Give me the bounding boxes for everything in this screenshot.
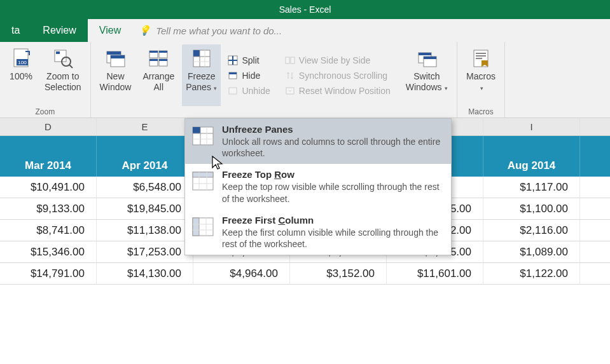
tab-view[interactable]: View <box>88 19 132 42</box>
ribbon-group-zoom: 100 100% Zoom to Selection Zoom <box>0 42 91 118</box>
split-button[interactable]: Split <box>225 53 272 67</box>
month-header-cell[interactable]: Aug 2014 <box>483 155 580 177</box>
svg-rect-4 <box>56 51 60 54</box>
title-cell[interactable] <box>0 136 97 155</box>
column-header[interactable]: J <box>580 118 610 135</box>
sync-label: Synchronous Scrolling <box>299 71 387 81</box>
data-cell[interactable]: $14,130.00 <box>97 263 193 284</box>
column-header[interactable]: E <box>97 118 193 135</box>
svg-rect-37 <box>424 57 436 59</box>
tab-data[interactable]: ta <box>0 19 31 42</box>
svg-rect-39 <box>476 53 486 54</box>
month-header-cell[interactable]: Mar 2014 <box>0 155 97 177</box>
switch-windows-icon <box>415 47 438 70</box>
data-cell[interactable]: $9,133.00 <box>0 198 97 219</box>
data-cell[interactable]: $3,152.00 <box>290 263 387 284</box>
freeze-panes-button[interactable]: Freeze Panes ▾ <box>182 44 221 106</box>
svg-rect-29 <box>229 72 237 74</box>
hide-icon <box>227 70 239 81</box>
title-cell[interactable] <box>483 136 580 155</box>
new-window-label: New Window <box>100 71 132 93</box>
unhide-button: Unhide <box>225 84 272 98</box>
data-cell[interactable]: $17,253.00 <box>97 241 193 262</box>
page-100-icon: 100 <box>10 47 32 70</box>
menu-item-title: Freeze Top Row <box>222 169 445 180</box>
svg-rect-10 <box>111 55 125 58</box>
chevron-down-icon: ▾ <box>480 85 483 91</box>
menu-item-desc: Keep the top row visible while scrolling… <box>222 181 445 204</box>
data-cell[interactable]: $15,346.00 <box>0 241 97 262</box>
data-cell[interactable]: $8 <box>580 177 610 198</box>
ribbon: 100 100% Zoom to Selection Zoom New Wind… <box>0 42 610 118</box>
svg-text:100: 100 <box>18 60 27 65</box>
data-cell[interactable]: $11,138.00 <box>97 220 193 241</box>
table-row: $14,791.00$14,130.00$4,964.00$3,152.00$1… <box>0 263 610 285</box>
arrange-all-button[interactable]: Arrange All <box>139 44 178 106</box>
sync-scroll-icon <box>284 70 296 81</box>
lightbulb-icon: 💡 <box>139 25 151 36</box>
tell-me-search[interactable]: 💡 Tell me what you want to do... <box>132 19 610 42</box>
unhide-label: Unhide <box>242 86 270 96</box>
svg-rect-18 <box>159 59 167 61</box>
freeze-first-column-item[interactable]: Freeze First Column Keep the first colum… <box>185 210 451 255</box>
title-bar: Sales - Excel <box>0 0 610 19</box>
svg-rect-43 <box>193 127 200 133</box>
data-cell[interactable]: $11,601.00 <box>387 263 483 284</box>
sync-scroll-button: Synchronous Scrolling <box>282 69 393 83</box>
macros-button[interactable]: Macros▾ <box>462 44 499 106</box>
svg-rect-8 <box>107 51 121 55</box>
svg-rect-40 <box>476 55 486 57</box>
side-label: View Side by Side <box>299 55 371 65</box>
hide-button[interactable]: Hide <box>225 69 272 83</box>
macros-label: Macros▾ <box>466 71 496 93</box>
freeze-top-row-icon <box>191 171 214 191</box>
split-label: Split <box>242 55 259 65</box>
svg-rect-30 <box>229 88 237 94</box>
chevron-down-icon: ▾ <box>443 85 448 91</box>
month-header-cell[interactable]: Se <box>580 155 610 177</box>
data-cell[interactable]: $13 <box>580 220 610 241</box>
tab-review[interactable]: Review <box>31 19 87 42</box>
svg-rect-14 <box>159 51 167 53</box>
zoom-to-selection-button[interactable]: Zoom to Selection <box>41 44 85 106</box>
svg-rect-12 <box>149 51 158 53</box>
menu-item-desc: Keep the first column visible while scro… <box>222 227 445 250</box>
data-cell[interactable]: $1,122.00 <box>483 263 580 284</box>
zoom-100-button[interactable]: 100 100% <box>5 44 37 106</box>
data-cell[interactable]: $1,089.00 <box>483 241 580 262</box>
freeze-panes-label: Freeze Panes ▾ <box>186 71 217 93</box>
title-cell[interactable] <box>580 136 610 155</box>
svg-rect-31 <box>286 57 289 64</box>
freeze-top-row-item[interactable]: Freeze Top Row Keep the top row visible … <box>185 164 451 209</box>
svg-rect-35 <box>419 53 431 55</box>
window-group-label <box>96 107 452 116</box>
data-cell[interactable]: $2,116.00 <box>483 220 580 241</box>
data-cell[interactable]: $10,491.00 <box>0 177 97 198</box>
zoom-to-selection-label: Zoom to Selection <box>45 71 81 93</box>
data-cell[interactable]: $1,100.00 <box>483 198 580 219</box>
chevron-down-icon: ▾ <box>212 85 218 91</box>
data-cell[interactable]: $1,117.00 <box>483 177 580 198</box>
svg-rect-49 <box>193 172 213 177</box>
new-window-button[interactable]: New Window <box>96 44 135 106</box>
ribbon-tabs: ta Review View 💡 Tell me what you want t… <box>0 19 610 42</box>
data-cell[interactable]: $4 <box>580 241 610 262</box>
column-header[interactable]: D <box>0 118 97 135</box>
switch-windows-button[interactable]: Switch Windows ▾ <box>402 44 452 106</box>
unfreeze-panes-item[interactable]: Unfreeze Panes Unlock all rows and colum… <box>185 119 451 164</box>
data-cell[interactable]: $14,791.00 <box>0 263 97 284</box>
data-cell[interactable]: $4,964.00 <box>193 263 290 284</box>
month-header-cell[interactable]: Apr 2014 <box>97 155 193 177</box>
data-cell[interactable]: $10 <box>580 198 610 219</box>
data-cell[interactable]: $3 <box>580 263 610 284</box>
title-cell[interactable] <box>97 136 193 155</box>
data-cell[interactable]: $19,845.00 <box>97 198 193 219</box>
data-cell[interactable]: $8,741.00 <box>0 220 97 241</box>
column-header[interactable]: I <box>483 118 580 135</box>
svg-rect-41 <box>476 58 482 59</box>
tell-me-placeholder: Tell me what you want to do... <box>156 25 282 36</box>
zoom-100-label: 100% <box>10 71 32 82</box>
data-cell[interactable]: $6,548.00 <box>97 177 193 198</box>
zoom-group-label: Zoom <box>5 107 85 116</box>
split-icon <box>227 55 239 66</box>
